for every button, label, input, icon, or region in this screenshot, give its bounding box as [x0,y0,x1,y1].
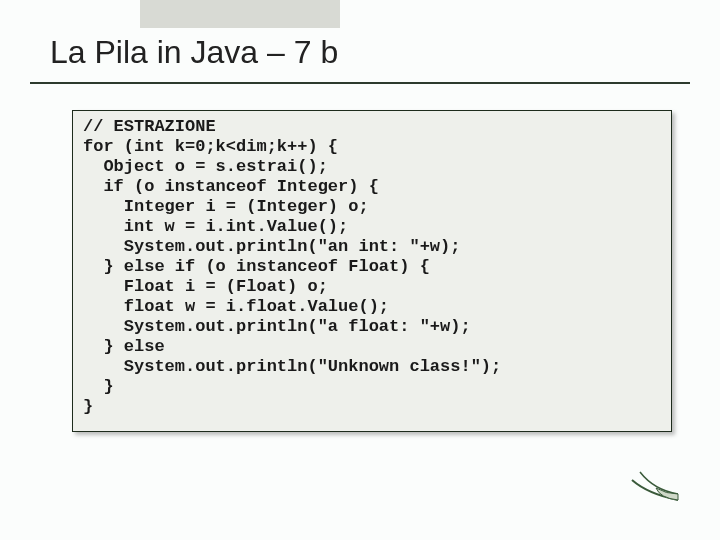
code-listing: // ESTRAZIONE for (int k=0;k<dim;k++) { … [83,117,661,417]
code-box: // ESTRAZIONE for (int k=0;k<dim;k++) { … [72,110,672,432]
code-line: } else if (o instanceof Float) { [83,257,430,276]
code-line: int w = i.int.Value(); [83,217,348,236]
slide: La Pila in Java – 7 b // ESTRAZIONE for … [0,0,720,540]
code-line: } [83,397,93,416]
code-line: Integer i = (Integer) o; [83,197,369,216]
code-line: for (int k=0;k<dim;k++) { [83,137,338,156]
page-curl-icon [630,460,680,504]
code-line: System.out.println("a float: "+w); [83,317,471,336]
code-line: // ESTRAZIONE [83,117,216,136]
title-underline [30,82,690,84]
code-line: } else [83,337,165,356]
code-line: System.out.println("Unknown class!"); [83,357,501,376]
code-line: } [83,377,114,396]
code-line: Object o = s.estrai(); [83,157,328,176]
page-title: La Pila in Java – 7 b [50,34,338,71]
header-shade [140,0,340,28]
code-line: if (o instanceof Integer) { [83,177,379,196]
code-line: float w = i.float.Value(); [83,297,389,316]
code-line: Float i = (Float) o; [83,277,328,296]
code-line: System.out.println("an int: "+w); [83,237,460,256]
